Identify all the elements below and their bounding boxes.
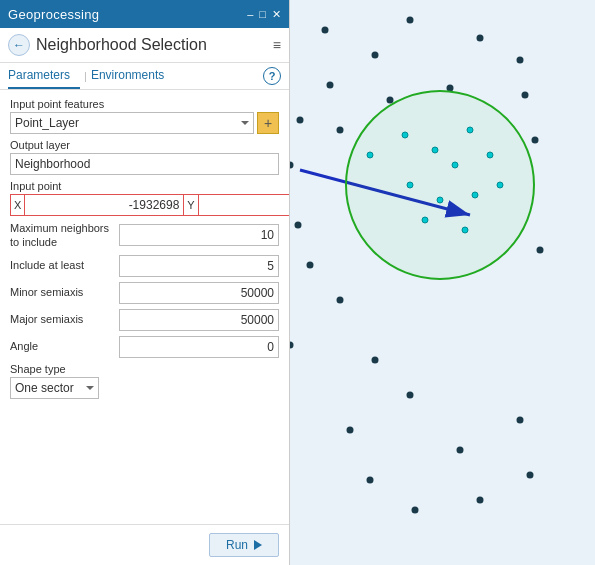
dark-point (337, 297, 344, 304)
dark-point (347, 427, 354, 434)
angle-input[interactable] (119, 336, 279, 358)
tab-parameters[interactable]: Parameters (8, 63, 80, 89)
input-point-group: Input point X Y (10, 180, 279, 216)
dark-point (517, 417, 524, 424)
add-icon: + (264, 115, 272, 131)
dark-point (457, 447, 464, 454)
include-at-least-label: Include at least (10, 258, 119, 272)
run-label: Run (226, 538, 248, 552)
max-neighbors-label: Maximum neighborsto include (10, 221, 119, 250)
dark-point (297, 117, 304, 124)
back-button[interactable]: ← (8, 34, 30, 56)
xy-row: X Y (10, 194, 279, 216)
dark-point (307, 262, 314, 269)
dark-point (412, 507, 419, 514)
add-layer-button[interactable]: + (257, 112, 279, 134)
map-svg (290, 0, 595, 565)
major-semiaxis-label: Major semiaxis (10, 312, 119, 326)
dark-point (537, 247, 544, 254)
map-canvas (290, 0, 595, 565)
tool-title: Neighborhood Selection (36, 36, 267, 54)
input-point-label: Input point (10, 180, 279, 192)
dark-point (372, 52, 379, 59)
minor-semiaxis-input[interactable] (119, 282, 279, 304)
include-at-least-input[interactable] (119, 255, 279, 277)
dark-point (527, 472, 534, 479)
selection-circle (345, 90, 535, 280)
menu-icon[interactable]: ≡ (273, 37, 281, 53)
panel-footer: Run (0, 524, 289, 565)
output-layer-label: Output layer (10, 139, 279, 151)
x-input[interactable] (24, 194, 184, 216)
dark-point (337, 127, 344, 134)
close-btn[interactable]: ✕ (272, 9, 281, 20)
minor-semiaxis-group: Minor semiaxis (10, 282, 279, 304)
geoprocessing-panel: Geoprocessing – □ ✕ ← Neighborhood Selec… (0, 0, 290, 565)
dark-point (407, 17, 414, 24)
tool-header: ← Neighborhood Selection ≡ (0, 28, 289, 63)
map-area (290, 0, 595, 565)
dark-point (517, 57, 524, 64)
run-button[interactable]: Run (209, 533, 279, 557)
shape-type-label: Shape type (10, 363, 279, 375)
input-point-features-group: Input point features Point_Layer + (10, 98, 279, 134)
input-point-features-select[interactable]: Point_Layer (10, 112, 254, 134)
tab-environments[interactable]: Environments (91, 63, 174, 89)
major-semiaxis-group: Major semiaxis (10, 309, 279, 331)
shape-type-group: Shape type One sector Four sectors Circl… (10, 363, 279, 399)
tabs-row: Parameters | Environments ? (0, 63, 289, 90)
angle-label: Angle (10, 339, 119, 353)
input-point-features-row: Point_Layer + (10, 112, 279, 134)
minor-semiaxis-label: Minor semiaxis (10, 285, 119, 299)
window-controls: – □ ✕ (247, 9, 281, 20)
help-button[interactable]: ? (263, 67, 281, 85)
parameters-body: Input point features Point_Layer + Outpu… (0, 90, 289, 524)
dark-point (290, 342, 294, 349)
dark-point (327, 82, 334, 89)
include-at-least-group: Include at least (10, 255, 279, 277)
output-layer-input[interactable] (10, 153, 279, 175)
window-title: Geoprocessing (8, 7, 99, 22)
x-label: X (10, 194, 24, 216)
dark-point (322, 27, 329, 34)
dark-point (477, 35, 484, 42)
dark-point (532, 137, 539, 144)
angle-group: Angle (10, 336, 279, 358)
max-neighbors-input[interactable] (119, 224, 279, 246)
minimize-btn[interactable]: – (247, 9, 253, 20)
dark-point (372, 357, 379, 364)
y-input[interactable] (198, 194, 289, 216)
input-point-features-label: Input point features (10, 98, 279, 110)
dark-point (407, 392, 414, 399)
y-label: Y (184, 194, 197, 216)
shape-type-select[interactable]: One sector Four sectors Circle (10, 377, 99, 399)
max-neighbors-group: Maximum neighborsto include (10, 221, 279, 250)
dark-point (522, 92, 529, 99)
dark-point (477, 497, 484, 504)
dark-point (290, 162, 294, 169)
dark-point (367, 477, 374, 484)
title-bar: Geoprocessing – □ ✕ (0, 0, 289, 28)
output-layer-group: Output layer (10, 139, 279, 175)
run-play-icon (254, 540, 262, 550)
back-icon: ← (13, 38, 25, 52)
dark-point (295, 222, 302, 229)
major-semiaxis-input[interactable] (119, 309, 279, 331)
tab-separator: | (84, 70, 87, 82)
maximize-btn[interactable]: □ (259, 9, 266, 20)
